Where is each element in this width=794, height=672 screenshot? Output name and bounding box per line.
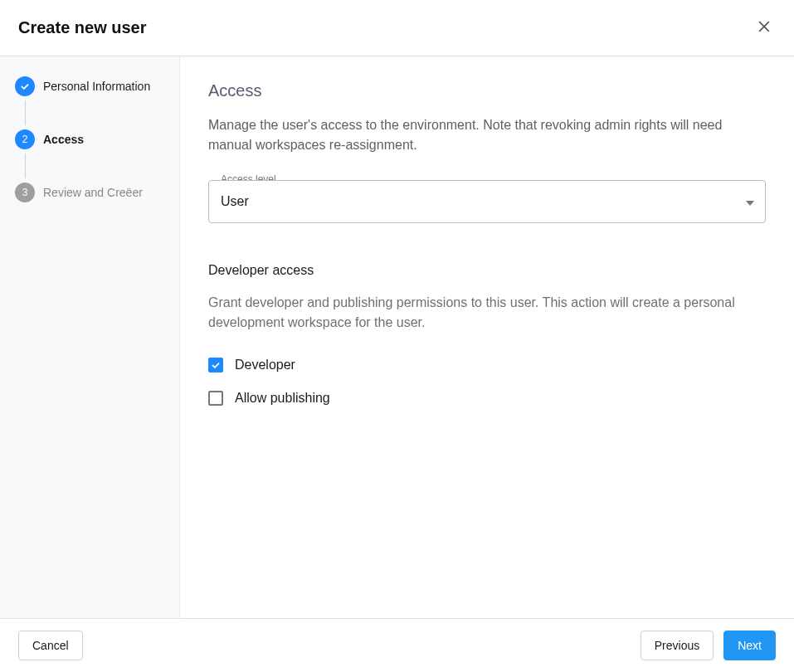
developer-access-heading: Developer access bbox=[208, 263, 766, 278]
access-level-select[interactable]: User bbox=[208, 180, 766, 223]
step-access[interactable]: 2 Access bbox=[15, 129, 164, 149]
dialog-footer: Cancel Previous Next bbox=[0, 618, 794, 672]
footer-right-group: Previous Next bbox=[641, 631, 776, 660]
access-heading: Access bbox=[208, 81, 766, 100]
check-icon bbox=[15, 76, 35, 96]
developer-checkbox-row[interactable]: Developer bbox=[208, 358, 766, 373]
step-connector bbox=[25, 100, 26, 125]
next-button[interactable]: Next bbox=[723, 631, 776, 660]
step-connector bbox=[25, 153, 26, 178]
close-button[interactable] bbox=[753, 15, 776, 41]
dialog-title: Create new user bbox=[18, 18, 147, 37]
stepper-sidebar: Personal Information 2 Access 3 Review a… bbox=[0, 56, 180, 618]
dialog-header: Create new user bbox=[0, 0, 794, 56]
step-number-icon: 2 bbox=[15, 129, 35, 149]
dialog-body: Personal Information 2 Access 3 Review a… bbox=[0, 56, 794, 618]
step-label: Review and Creëer bbox=[43, 186, 143, 199]
checkbox-unchecked-icon bbox=[208, 391, 223, 406]
allow-publishing-checkbox-row[interactable]: Allow publishing bbox=[208, 391, 766, 406]
developer-access-description: Grant developer and publishing permissio… bbox=[208, 293, 766, 333]
access-level-value: User bbox=[221, 194, 249, 208]
access-level-field: Access level User bbox=[208, 180, 766, 223]
checkbox-checked-icon bbox=[208, 358, 223, 373]
step-number-icon: 3 bbox=[15, 183, 35, 202]
step-personal-information[interactable]: Personal Information bbox=[15, 76, 164, 96]
previous-button[interactable]: Previous bbox=[641, 631, 714, 660]
allow-publishing-checkbox-label: Allow publishing bbox=[235, 391, 330, 406]
step-review-create[interactable]: 3 Review and Creëer bbox=[15, 183, 164, 202]
cancel-button[interactable]: Cancel bbox=[18, 631, 83, 660]
main-panel: Access Manage the user's access to the e… bbox=[180, 56, 794, 618]
close-icon bbox=[756, 18, 772, 37]
access-description: Manage the user's access to the environm… bbox=[208, 115, 766, 155]
step-label: Personal Information bbox=[43, 80, 150, 93]
step-label: Access bbox=[43, 133, 84, 146]
developer-checkbox-label: Developer bbox=[235, 358, 295, 373]
